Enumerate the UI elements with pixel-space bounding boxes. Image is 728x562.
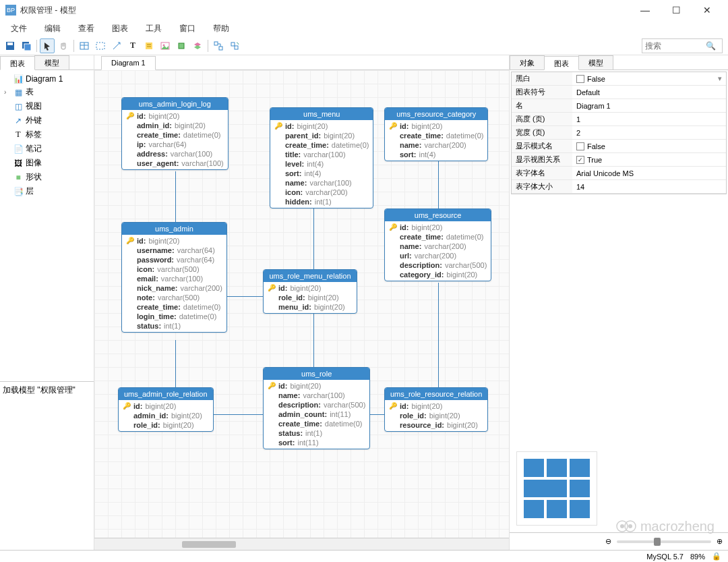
menu-edit[interactable]: 编辑 bbox=[36, 22, 69, 36]
fk-icon[interactable] bbox=[109, 38, 124, 53]
column-row[interactable]: 🔑id:bigint(20) bbox=[122, 111, 228, 121]
label-icon[interactable]: T bbox=[125, 38, 140, 53]
tree-table[interactable]: ›▦表 bbox=[3, 85, 91, 99]
entity-admin[interactable]: ums_admin🔑id:bigint(20)username:varchar(… bbox=[121, 222, 227, 333]
column-row[interactable]: 🔑id:bigint(20) bbox=[122, 236, 226, 246]
column-row[interactable]: name:varchar(200) bbox=[385, 242, 491, 251]
column-row[interactable]: 🔑id:bigint(20) bbox=[264, 381, 369, 391]
tree-note[interactable]: 📄笔记 bbox=[3, 142, 91, 156]
refresh-icon[interactable] bbox=[227, 38, 242, 53]
prop-row-bw[interactable]: 黑白False▾ bbox=[512, 72, 726, 86]
column-row[interactable]: 🔑id:bigint(20) bbox=[264, 283, 357, 293]
column-row[interactable]: create_time:datetime(0) bbox=[122, 302, 226, 312]
entity-header[interactable]: ums_role_resource_relation bbox=[385, 388, 487, 400]
save-icon[interactable] bbox=[3, 38, 18, 53]
entity-header[interactable]: ums_role_menu_relation bbox=[264, 270, 357, 282]
menu-window[interactable]: 窗口 bbox=[171, 22, 204, 36]
prop-row-name[interactable]: 名Diagram 1 bbox=[512, 99, 726, 113]
column-row[interactable]: admin_id:bigint(20) bbox=[122, 121, 228, 130]
autolayout-icon[interactable] bbox=[211, 38, 226, 53]
menu-tools[interactable]: 工具 bbox=[138, 22, 170, 36]
column-row[interactable]: user_agent:varchar(100) bbox=[122, 159, 228, 168]
tree-diagram[interactable]: 📊Diagram 1 bbox=[3, 73, 91, 85]
entity-header[interactable]: ums_admin_login_log bbox=[122, 98, 228, 110]
prop-row-showrel[interactable]: 显示视图关系✓True bbox=[512, 153, 726, 167]
column-row[interactable]: menu_id:bigint(20) bbox=[264, 302, 357, 312]
column-row[interactable]: icon:varchar(200) bbox=[270, 188, 373, 197]
relation-line[interactable] bbox=[313, 205, 314, 269]
relation-line[interactable] bbox=[212, 414, 263, 415]
checkbox-icon[interactable] bbox=[576, 75, 584, 83]
menu-view[interactable]: 查看 bbox=[70, 22, 102, 36]
column-row[interactable]: sort:int(4) bbox=[270, 169, 373, 178]
column-row[interactable]: role_id:bigint(20) bbox=[264, 293, 357, 302]
entity-res_cat[interactable]: ums_resource_category🔑id:bigint(20)creat… bbox=[384, 107, 488, 161]
entity-header[interactable]: ums_role bbox=[264, 368, 369, 380]
column-row[interactable]: admin_count:int(11) bbox=[264, 410, 369, 419]
prop-row-font[interactable]: 表字体名Arial Unicode MS bbox=[512, 167, 726, 180]
tree-label[interactable]: T标签 bbox=[3, 128, 91, 142]
tab-diagram[interactable]: 图表 bbox=[0, 56, 35, 70]
entity-menu[interactable]: ums_menu🔑id:bigint(20)parent_id:bigint(2… bbox=[270, 107, 373, 208]
entity-role_menu[interactable]: ums_role_menu_relation🔑id:bigint(20)role… bbox=[263, 269, 357, 314]
column-row[interactable]: role_id:bigint(20) bbox=[119, 420, 213, 430]
column-row[interactable]: nick_name:varchar(200) bbox=[122, 283, 226, 293]
tree-shape[interactable]: ■形状 bbox=[3, 170, 91, 184]
tab-model[interactable]: 模型 bbox=[34, 55, 69, 69]
horizontal-scrollbar[interactable] bbox=[94, 538, 509, 550]
entity-header[interactable]: ums_menu bbox=[270, 108, 373, 120]
column-row[interactable]: name:varchar(200) bbox=[385, 140, 487, 150]
relation-line[interactable] bbox=[313, 306, 314, 367]
entity-admin_role[interactable]: ums_admin_role_relation🔑id:bigint(20)adm… bbox=[118, 387, 214, 432]
shape-icon[interactable] bbox=[174, 38, 189, 53]
entity-header[interactable]: ums_admin bbox=[122, 223, 226, 235]
prop-row-width[interactable]: 宽度 (页)2 bbox=[512, 126, 726, 140]
search-box[interactable]: 🔍 bbox=[642, 38, 723, 53]
column-row[interactable]: ip:varchar(64) bbox=[122, 140, 228, 149]
canvas[interactable]: ums_admin_login_log🔑id:bigint(20)admin_i… bbox=[94, 70, 509, 538]
maximize-button[interactable]: ☐ bbox=[661, 0, 692, 20]
minimize-button[interactable]: — bbox=[630, 0, 661, 20]
column-row[interactable]: level:int(4) bbox=[270, 159, 373, 169]
pointer-icon[interactable] bbox=[40, 38, 55, 53]
prop-row-height[interactable]: 高度 (页)1 bbox=[512, 113, 726, 126]
column-row[interactable]: title:varchar(100) bbox=[270, 150, 373, 159]
menu-diagram[interactable]: 图表 bbox=[104, 22, 136, 36]
relation-line[interactable] bbox=[438, 283, 439, 387]
close-button[interactable]: ✕ bbox=[692, 0, 723, 20]
save-all-icon[interactable] bbox=[19, 38, 34, 53]
checkbox-icon[interactable]: ✓ bbox=[576, 156, 584, 164]
zoom-slider[interactable] bbox=[617, 540, 711, 543]
hand-icon[interactable] bbox=[56, 38, 71, 53]
relation-line[interactable] bbox=[222, 296, 263, 297]
column-row[interactable]: status:int(1) bbox=[122, 321, 226, 331]
column-row[interactable]: address:varchar(100) bbox=[122, 149, 228, 159]
column-row[interactable]: note:varchar(500) bbox=[122, 293, 226, 302]
search-input[interactable] bbox=[642, 41, 703, 51]
entity-header[interactable]: ums_resource_category bbox=[385, 108, 487, 120]
column-row[interactable]: create_time:datetime(0) bbox=[122, 130, 228, 140]
column-row[interactable]: create_time:datetime(0) bbox=[264, 419, 369, 428]
entity-resource[interactable]: ums_resource🔑id:bigint(20)create_time:da… bbox=[384, 208, 491, 281]
image-icon[interactable] bbox=[158, 38, 173, 53]
search-icon[interactable]: 🔍 bbox=[703, 41, 719, 51]
column-row[interactable]: 🔑id:bigint(20) bbox=[270, 121, 373, 131]
canvas-tab[interactable]: Diagram 1 bbox=[101, 56, 156, 70]
column-row[interactable]: create_time:datetime(0) bbox=[385, 131, 487, 140]
column-row[interactable]: admin_id:bigint(20) bbox=[119, 411, 213, 420]
column-row[interactable]: sort:int(4) bbox=[385, 150, 487, 159]
column-row[interactable]: role_id:bigint(20) bbox=[385, 411, 487, 420]
column-row[interactable]: status:int(1) bbox=[264, 428, 369, 438]
column-row[interactable]: 🔑id:bigint(20) bbox=[385, 121, 487, 131]
relation-line[interactable] bbox=[175, 340, 176, 387]
column-row[interactable]: 🔑id:bigint(20) bbox=[385, 401, 487, 411]
column-row[interactable]: description:varchar(500) bbox=[264, 400, 369, 410]
entity-header[interactable]: ums_resource bbox=[385, 209, 491, 221]
tab-object[interactable]: 对象 bbox=[510, 55, 545, 69]
tree-view[interactable]: ◫视图 bbox=[3, 99, 91, 113]
prop-row-symbol[interactable]: 图表符号Default bbox=[512, 86, 726, 99]
checkbox-icon[interactable] bbox=[576, 142, 584, 150]
tab-model-props[interactable]: 模型 bbox=[578, 55, 613, 69]
menu-file[interactable]: 文件 bbox=[3, 22, 35, 36]
column-row[interactable]: 🔑id:bigint(20) bbox=[119, 401, 213, 411]
